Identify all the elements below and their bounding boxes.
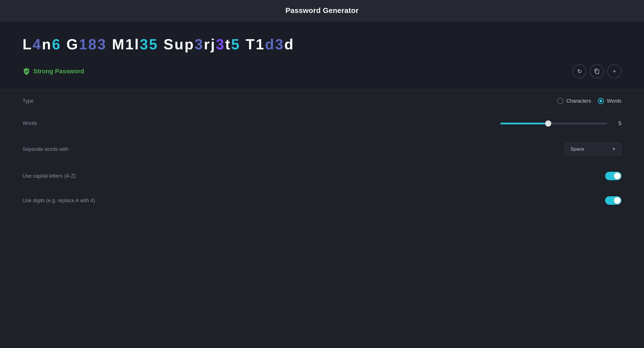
dropdown-arrow-icon: ▼ [612, 147, 616, 152]
strength-text: Strong Password [33, 68, 84, 75]
words-option[interactable]: Words [598, 98, 621, 104]
pw-segment-n: n [42, 36, 52, 52]
capital-letters-toggle[interactable] [605, 172, 621, 180]
digits-label: Use digits (e.g. replace A with 4) [23, 198, 95, 204]
characters-radio[interactable] [557, 98, 563, 104]
app-title: Password Generator [0, 6, 644, 15]
strength-indicator: Strong Password [23, 67, 84, 75]
separate-words-label: Separate words with [23, 146, 68, 152]
pw-segment-1l: 1l [125, 36, 140, 52]
dropdown-selected: Space [570, 146, 584, 152]
pw-segment-3b: 3 [216, 36, 225, 52]
words-radio[interactable] [598, 98, 604, 104]
words-label-text: Words [23, 120, 37, 126]
pw-segment-1c: 1 [256, 36, 265, 52]
pw-segment-space1: G [66, 36, 79, 52]
pw-segment-Sup: Sup [164, 36, 195, 52]
refresh-button[interactable]: ↻ [572, 64, 587, 78]
type-label: Type [23, 98, 34, 104]
password-area: L4n6 G183 M1l35 Sup3rj3t5 T1d3d Strong P… [0, 21, 644, 90]
app-header: Password Generator [0, 0, 644, 21]
capital-letters-row: Use capital letters (A-Z) [0, 164, 644, 188]
action-buttons: ↻ + [572, 64, 621, 78]
pw-segment-d: d [284, 36, 294, 52]
type-row: Type Characters Words [0, 90, 644, 112]
separate-words-dropdown[interactable]: Space ▼ [565, 143, 621, 156]
settings-area: Type Characters Words Words 5 Separate w… [0, 90, 644, 213]
copy-icon [594, 69, 600, 74]
pw-segment-rj: rj [204, 36, 216, 52]
pw-segment-L: L [23, 36, 33, 52]
copy-button[interactable] [590, 64, 604, 78]
words-row: Words 5 [0, 112, 644, 135]
pw-segment-5: 5 [231, 36, 241, 52]
pw-segment-183: 183 [79, 36, 107, 52]
words-value: 5 [613, 120, 621, 127]
pw-segment-6: 6 [52, 36, 61, 52]
digits-row: Use digits (e.g. replace A with 4) [0, 188, 644, 213]
characters-option[interactable]: Characters [557, 98, 591, 104]
pw-segment-M: M [112, 36, 125, 52]
password-display: L4n6 G183 M1l35 Sup3rj3t5 T1d3d [23, 36, 621, 53]
pw-segment-d3: d3 [265, 36, 285, 52]
words-slider-container: 5 [500, 120, 621, 127]
add-button[interactable]: + [607, 64, 621, 78]
words-slider[interactable] [500, 123, 607, 124]
separate-words-row: Separate words with Space ▼ [0, 135, 644, 164]
characters-label: Characters [566, 98, 591, 104]
shield-icon [23, 67, 30, 75]
digits-toggle[interactable] [605, 196, 621, 205]
pw-segment-T: T [246, 36, 256, 52]
password-footer: Strong Password ↻ + [23, 64, 621, 78]
pw-segment-4: 4 [33, 36, 42, 52]
pw-segment-3a: 3 [195, 36, 204, 52]
capital-letters-label: Use capital letters (A-Z) [23, 173, 76, 179]
type-radio-group: Characters Words [557, 98, 621, 104]
pw-segment-35: 35 [140, 36, 158, 52]
pw-segment-t: t [225, 36, 231, 52]
words-label: Words [607, 98, 621, 104]
